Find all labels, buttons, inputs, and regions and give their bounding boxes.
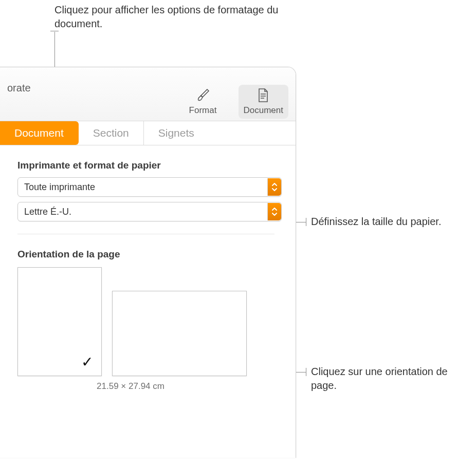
toolbar: orate Format [0,67,296,121]
paper-size-popup[interactable]: Lettre É.-U. [17,202,282,221]
popup-stepper-icon [267,203,281,220]
tab-section[interactable]: Section [79,121,144,145]
inspector-window: orate Format [0,67,296,458]
orientation-portrait[interactable]: ✓ [17,267,102,376]
page-dimensions: 21.59 × 27.94 cm [17,381,244,392]
callout-paper-tick [306,218,306,226]
document-pane: Imprimante et format de papier Toute imp… [0,145,296,406]
document-icon [255,88,271,103]
callout-paper: Définissez la taille du papier. [311,215,465,229]
section-title-printer: Imprimante et format de papier [17,160,278,171]
callout-orientation: Cliquez sur une orientation de page. [311,365,470,393]
tab-document[interactable]: Document [0,121,79,145]
toolbar-label-document: Document [244,105,283,116]
orientation-landscape[interactable] [112,291,247,376]
toolbar-button-format[interactable]: Format [180,85,226,119]
orientation-row: ✓ [17,267,278,376]
callout-top-tick [50,31,59,31]
section-title-orientation: Orientation de la page [17,249,278,260]
checkmark-icon: ✓ [81,353,93,370]
toolbar-button-document[interactable]: Document [239,85,288,119]
tab-signets[interactable]: Signets [144,121,209,145]
divider [17,234,274,234]
toolbar-button-collaborate-fragment[interactable]: orate [7,82,31,104]
paintbrush-icon [195,88,211,103]
paper-size-popup-value: Lettre É.-U. [24,207,71,217]
popup-stepper-icon [267,178,281,196]
toolbar-label-format: Format [189,105,217,116]
callout-orientation-tick [306,368,306,376]
inspector-tabs: Document Section Signets [0,121,296,145]
callout-top: Cliquez pour afficher les options de for… [54,3,322,31]
printer-popup[interactable]: Toute imprimante [17,177,282,197]
printer-popup-value: Toute imprimante [24,182,95,193]
